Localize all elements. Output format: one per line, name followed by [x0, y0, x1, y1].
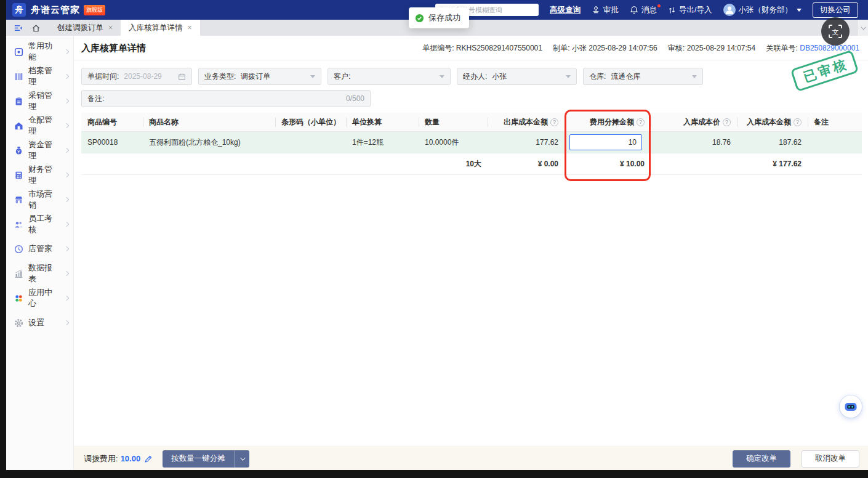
- col-header-label: 入库成本金额: [747, 117, 791, 128]
- cell-quantity: 10.0000件: [419, 132, 488, 153]
- totals-quantity: 10大: [419, 153, 488, 174]
- fee-allocation-input[interactable]: [569, 134, 642, 150]
- cancel-change-button[interactable]: 取消改单: [802, 450, 859, 468]
- advanced-query-link[interactable]: 高级查询: [550, 5, 581, 15]
- warehouse-select[interactable]: 仓库: 流通仓库: [583, 68, 703, 85]
- col-header-outbound-cost: 出库成本金额 ?: [488, 113, 565, 131]
- shop-icon: [14, 195, 23, 205]
- home-icon[interactable]: [31, 23, 41, 33]
- messages-menu[interactable]: 消息: [630, 5, 657, 15]
- chevron-right-icon: [64, 148, 69, 153]
- filter-row: 单据时间: 2025-08-29 业务类型: 调拨订单 客户: 经办人: 小张 …: [81, 68, 703, 85]
- footer-action-bar: 调拨费用: 10.00 按数量一键分摊 确定改单 取消改单: [74, 447, 868, 470]
- doc-date-field[interactable]: 单据时间: 2025-08-29: [81, 68, 192, 85]
- robot-icon: [843, 399, 859, 415]
- store-keeper-icon: [14, 245, 23, 254]
- sidebar-item-warehouse-distribution[interactable]: 仓配管理: [6, 113, 73, 138]
- sidebar-item-data-reports[interactable]: 数据报表: [6, 261, 73, 286]
- close-icon[interactable]: ×: [108, 23, 113, 32]
- bell-icon: [630, 6, 638, 14]
- totals-inbound-cost-price: [651, 153, 737, 174]
- help-icon[interactable]: ?: [794, 118, 802, 126]
- remark-row: 备注: 0/500: [81, 90, 371, 107]
- user-menu[interactable]: 小张（财务部）: [723, 4, 802, 16]
- chevron-right-icon: [64, 74, 69, 79]
- help-icon[interactable]: ?: [637, 118, 645, 126]
- sidebar-item-common-functions[interactable]: 常用功能: [6, 39, 73, 64]
- sidebar-item-staff-assessment[interactable]: 员工考核: [6, 212, 73, 237]
- table-totals-row: 10大 ¥ 0.00 ¥ 10.00 ¥ 177.62: [81, 153, 862, 175]
- sidebar-item-marketing[interactable]: 市场营销: [6, 187, 73, 212]
- translate-fab[interactable]: 文: [821, 17, 850, 46]
- maker-value: 小张 2025-08-29 14:07:56: [572, 44, 657, 52]
- help-icon[interactable]: ?: [723, 118, 731, 126]
- maker-label: 制单:: [553, 44, 569, 52]
- doc-no: RKHS2508291407550001: [456, 44, 542, 52]
- confirm-change-button[interactable]: 确定改单: [733, 450, 790, 468]
- import-export-menu[interactable]: 导出/导入: [668, 5, 712, 15]
- edit-fee-button[interactable]: [144, 455, 153, 463]
- assistant-robot-fab[interactable]: [840, 395, 862, 418]
- col-header-fee-allocation: 费用分摊金额 ?: [565, 113, 651, 131]
- chevron-down-icon: [861, 25, 866, 30]
- close-icon[interactable]: ×: [188, 23, 192, 32]
- sidebar-item-label: 财务管理: [28, 164, 60, 186]
- sidebar-item-purchase-sales[interactable]: 采销管理: [6, 89, 73, 113]
- sidebar-item-archives[interactable]: 档案管理: [6, 64, 73, 89]
- collapse-menu-icon[interactable]: [14, 23, 23, 33]
- transfer-fee-label: 调拨费用:: [84, 453, 118, 464]
- cell-inbound-cost: 187.62: [737, 132, 808, 153]
- totals-fee-allocation: ¥ 10.00: [565, 153, 651, 174]
- col-header-inbound-cost-price: 入库成本价 ?: [651, 113, 737, 131]
- sidebar-item-label: 数据报表: [28, 262, 60, 285]
- biz-type-select[interactable]: 业务类型: 调拨订单: [198, 68, 321, 85]
- tab-create-transfer-order[interactable]: 创建调拨订单 ×: [49, 20, 121, 36]
- sidebar-item-label: 店管家: [28, 243, 60, 254]
- sidebar-item-finance[interactable]: 财务管理: [6, 163, 73, 187]
- sidebar-item-label: 设置: [28, 317, 60, 328]
- customer-select[interactable]: 客户:: [328, 68, 451, 85]
- audit-time: 2025-08-29 14:07:54: [687, 44, 755, 52]
- brand-name: 舟谱云管家: [31, 4, 80, 16]
- approval-menu[interactable]: 审批: [592, 5, 619, 15]
- title-row: 入库核算单详情 单据编号: RKHS2508291407550001 制单: 小…: [74, 36, 868, 60]
- cell-inbound-cost-price: 18.76: [651, 132, 737, 153]
- chevron-down-icon: [440, 75, 444, 78]
- sidebar-nav: 常用功能 档案管理 采销管理 仓配管理 资金管理 财务管理 市场营销 员工考核: [6, 36, 74, 470]
- chevron-right-icon: [64, 123, 69, 128]
- sidebar-item-funds[interactable]: 资金管理: [6, 138, 73, 163]
- switch-company-button[interactable]: 切换公司: [813, 2, 858, 18]
- cell-name: 五得利面粉(北方粮仓_10kg): [143, 132, 275, 153]
- app-center-icon: [14, 294, 23, 303]
- allocate-by-quantity-button[interactable]: 按数量一键分摊: [163, 450, 234, 468]
- common-functions-icon: [14, 47, 23, 57]
- sidebar-item-settings[interactable]: 设置: [6, 310, 73, 335]
- allocate-by-quantity-split-button: 按数量一键分摊: [163, 450, 249, 468]
- tab-tools: [6, 20, 49, 36]
- tab-overflow-button[interactable]: [857, 20, 868, 36]
- items-table: 商品编号 商品名称 条形码（小单位） 单位换算 数量 出库成本金额 ? 费用分摊…: [81, 113, 862, 175]
- sidebar-item-app-center[interactable]: 应用中心: [6, 286, 73, 310]
- sidebar-item-label: 采销管理: [28, 90, 60, 112]
- cell-remark: [808, 132, 862, 153]
- handler-select[interactable]: 经办人: 小张: [457, 68, 577, 85]
- warehouse-label: 仓库:: [589, 71, 606, 82]
- allocate-options-dropdown[interactable]: [234, 450, 249, 468]
- remark-field[interactable]: 备注: 0/500: [81, 90, 371, 107]
- sidebar-item-store-keeper[interactable]: 店管家: [6, 237, 73, 261]
- col-header-quantity: 数量: [419, 113, 488, 131]
- chevron-down-icon: [310, 75, 315, 78]
- help-icon[interactable]: ?: [550, 118, 558, 126]
- footer-buttons: 确定改单 取消改单: [733, 450, 859, 468]
- approval-label: 审批: [603, 5, 619, 15]
- cell-outbound-cost: 177.62: [488, 132, 565, 153]
- tab-inbound-accounting-detail[interactable]: 入库核算单详情 ×: [121, 20, 200, 36]
- unread-badge: [657, 4, 661, 7]
- table-row[interactable]: SP00018 五得利面粉(北方粮仓_10kg) 1件=12瓶 10.0000件…: [81, 132, 862, 153]
- warehouse-value: 流通仓库: [611, 71, 687, 82]
- col-header-label: 费用分摊金额: [590, 117, 634, 128]
- col-header-label: 入库成本价: [683, 117, 720, 128]
- tab-label: 入库核算单详情: [129, 23, 183, 33]
- totals-empty: [346, 153, 419, 174]
- totals-outbound-cost: ¥ 0.00: [488, 153, 565, 174]
